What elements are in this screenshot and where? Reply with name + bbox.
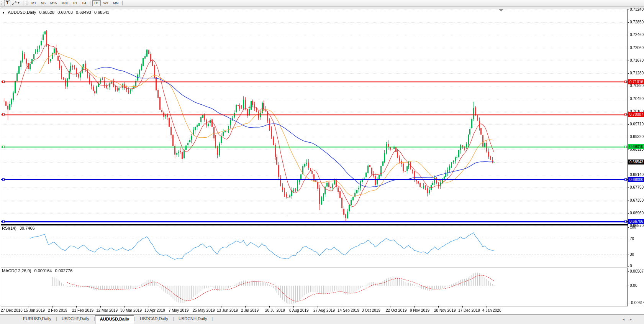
chart-tab-eurusd-daily[interactable]: EURUSD,Daily: [18, 315, 56, 324]
arrows-object-tool-button[interactable]: ▼: [10, 0, 21, 6]
tab-separator: |: [211, 316, 213, 324]
timeframe-button-w1[interactable]: W1: [102, 0, 111, 6]
toolbar-separator: [122, 1, 123, 5]
symbol-tab-bar: EURUSD,Daily|USDCHF,Daily|AUDUSD,Daily|U…: [0, 314, 644, 324]
chevron-down-icon[interactable]: ▼: [17, 1, 20, 5]
toolbar-separator: [23, 1, 23, 5]
chart-area: ▼ AUDUSD,Daily 0.68528 0.68703 0.68493 0…: [0, 9, 644, 314]
arrows-icon: [12, 1, 16, 5]
chart-tab-usdcnh-daily[interactable]: USDCNH,Daily: [174, 315, 212, 324]
timeframe-button-m30[interactable]: M30: [60, 0, 70, 6]
chart-tab-audusd-daily[interactable]: AUDUSD,Daily: [95, 315, 134, 324]
timeframe-button-m15[interactable]: M15: [48, 0, 59, 6]
trading-terminal-window: T ▼ M1M5M15M30H1H4D1W1MN ▼ AUDUSD,Daily …: [0, 0, 644, 324]
toolbar-drag-handle[interactable]: [1, 1, 3, 5]
tab-scroll-left-icon[interactable]: ◂: [623, 317, 630, 321]
timeframe-button-mn[interactable]: MN: [111, 0, 120, 6]
chart-tab-usdcad-daily[interactable]: USDCAD,Daily: [135, 315, 173, 324]
price-chart-canvas[interactable]: [0, 9, 644, 314]
text-tool-button[interactable]: T: [4, 0, 10, 6]
toolbar-drag-handle[interactable]: [26, 1, 28, 5]
timeframe-button-group: M1M5M15M30H1H4D1W1MN: [29, 0, 121, 6]
tab-scroll-arrows: ◂▸: [623, 317, 637, 321]
top-toolbar: T ▼ M1M5M15M30H1H4D1W1MN: [0, 0, 644, 7]
tab-scroll-right-icon[interactable]: ▸: [630, 317, 637, 321]
timeframe-button-m1[interactable]: M1: [29, 0, 38, 6]
toolbar-separator: [90, 1, 90, 5]
timeframe-button-h4[interactable]: H4: [80, 0, 88, 6]
timeframe-button-m5[interactable]: M5: [39, 0, 48, 6]
timeframe-button-h1[interactable]: H1: [71, 0, 79, 6]
chart-tab-usdchf-daily[interactable]: USDCHF,Daily: [57, 315, 94, 324]
tab-strip: EURUSD,Daily|USDCHF,Daily|AUDUSD,Daily|U…: [18, 315, 213, 324]
timeframe-button-d1[interactable]: D1: [92, 0, 101, 6]
